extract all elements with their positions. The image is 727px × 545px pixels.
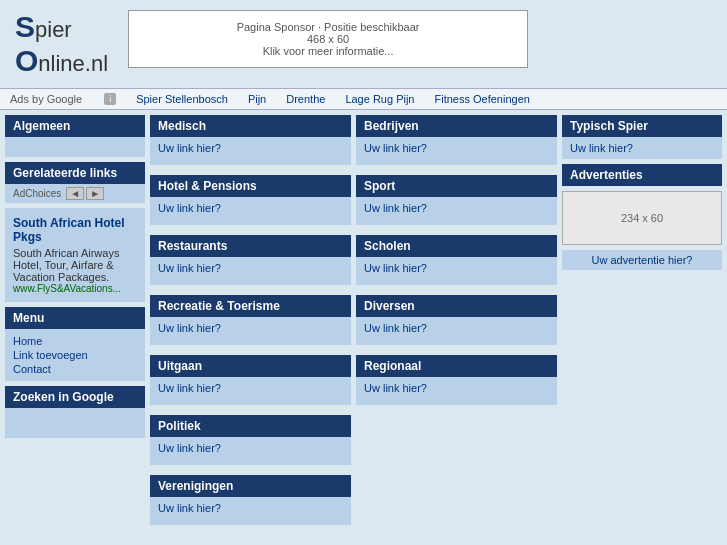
- sport-link[interactable]: Uw link hier?: [364, 202, 427, 214]
- gerelateerde-section: Gerelateerde links AdChoices ◄ ► South A…: [5, 162, 145, 302]
- bedrijven-block: Bedrijven Uw link hier?: [356, 115, 557, 170]
- typisch-body: Uw link hier?: [562, 137, 722, 159]
- ads-info-icon[interactable]: i: [104, 93, 116, 105]
- logo-o: O: [15, 44, 38, 77]
- diversen-link[interactable]: Uw link hier?: [364, 322, 427, 334]
- zoeken-title: Zoeken in Google: [5, 386, 145, 408]
- politiek-body: Uw link hier?: [150, 437, 351, 465]
- adchoices-bar: AdChoices ◄ ►: [5, 184, 145, 203]
- medisch-body: Uw link hier?: [150, 137, 351, 165]
- sponsor-line3: Klik voor meer informatie...: [159, 45, 497, 57]
- verenigingen-title: Verenigingen: [150, 475, 351, 497]
- restaurants-block: Restaurants Uw link hier?: [150, 235, 351, 290]
- diversen-block: Diversen Uw link hier?: [356, 295, 557, 350]
- scholen-body: Uw link hier?: [356, 257, 557, 285]
- sport-body: Uw link hier?: [356, 197, 557, 225]
- zoeken-body: [5, 408, 145, 438]
- scholen-link[interactable]: Uw link hier?: [364, 262, 427, 274]
- sponsor-line1: Pagina Sponsor · Positie beschikbaar: [159, 21, 497, 33]
- menu-section: Menu Home Link toevoegen Contact: [5, 307, 145, 381]
- ad-nav-buttons: ◄ ►: [66, 187, 104, 200]
- ad-url: www.FlyS&AVacations...: [13, 283, 137, 294]
- algemeen-title: Algemeen: [5, 115, 145, 137]
- medisch-link[interactable]: Uw link hier?: [158, 142, 221, 154]
- ad-next-button[interactable]: ►: [86, 187, 104, 200]
- scholen-title: Scholen: [356, 235, 557, 257]
- recreatie-body: Uw link hier?: [150, 317, 351, 345]
- regionaal-body: Uw link hier?: [356, 377, 557, 405]
- advertenties-section: Advertenties 234 x 60 Uw advertentie hie…: [562, 164, 722, 270]
- recreatie-block: Recreatie & Toerisme Uw link hier?: [150, 295, 351, 350]
- site-logo: Spier Online.nl: [15, 10, 108, 78]
- gerelateerde-title: Gerelateerde links: [5, 162, 145, 184]
- hotel-body: Uw link hier?: [150, 197, 351, 225]
- recreatie-link[interactable]: Uw link hier?: [158, 322, 221, 334]
- menu-body: Home Link toevoegen Contact: [5, 329, 145, 381]
- regionaal-title: Regionaal: [356, 355, 557, 377]
- logo-s: S: [15, 10, 35, 43]
- hotel-block: Hotel & Pensions Uw link hier?: [150, 175, 351, 230]
- verenigingen-link[interactable]: Uw link hier?: [158, 502, 221, 514]
- politiek-link[interactable]: Uw link hier?: [158, 442, 221, 454]
- typisch-title: Typisch Spier: [562, 115, 722, 137]
- logo-pier: pier: [35, 17, 72, 42]
- ads-link-3[interactable]: Drenthe: [286, 93, 325, 105]
- bedrijven-body: Uw link hier?: [356, 137, 557, 165]
- sponsor-box[interactable]: Pagina Sponsor · Positie beschikbaar 468…: [128, 10, 528, 68]
- ads-link-4[interactable]: Lage Rug Pijn: [345, 93, 414, 105]
- typisch-spier-section: Typisch Spier Uw link hier?: [562, 115, 722, 159]
- menu-home[interactable]: Home: [13, 334, 137, 348]
- medisch-block: Medisch Uw link hier?: [150, 115, 351, 170]
- diversen-title: Diversen: [356, 295, 557, 317]
- restaurants-title: Restaurants: [150, 235, 351, 257]
- recreatie-title: Recreatie & Toerisme: [150, 295, 351, 317]
- medisch-title: Medisch: [150, 115, 351, 137]
- diversen-body: Uw link hier?: [356, 317, 557, 345]
- ad-description: South African Airways Hotel, Tour, Airfa…: [13, 247, 137, 283]
- left-column: Algemeen Gerelateerde links AdChoices ◄ …: [5, 115, 145, 530]
- restaurants-link[interactable]: Uw link hier?: [158, 262, 221, 274]
- menu-title: Menu: [5, 307, 145, 329]
- ads-link-1[interactable]: Spier Stellenbosch: [136, 93, 228, 105]
- regionaal-block: Regionaal Uw link hier?: [356, 355, 557, 410]
- right-column: Typisch Spier Uw link hier? Advertenties…: [562, 115, 722, 530]
- menu-contact[interactable]: Contact: [13, 362, 137, 376]
- category-grid: Medisch Uw link hier? Bedrijven Uw link …: [150, 115, 557, 530]
- ad-content: South African Hotel Pkgs South African A…: [5, 208, 145, 302]
- bedrijven-title: Bedrijven: [356, 115, 557, 137]
- ads-link-2[interactable]: Pijn: [248, 93, 266, 105]
- typisch-link[interactable]: Uw link hier?: [570, 142, 633, 154]
- regionaal-link[interactable]: Uw link hier?: [364, 382, 427, 394]
- scholen-block: Scholen Uw link hier?: [356, 235, 557, 290]
- algemeen-body: [5, 137, 145, 157]
- menu-link-toevoegen[interactable]: Link toevoegen: [13, 348, 137, 362]
- ads-by-google-label: Ads by Google: [10, 93, 82, 105]
- ads-link-5[interactable]: Fitness Oefeningen: [434, 93, 529, 105]
- sport-block: Sport Uw link hier?: [356, 175, 557, 230]
- uitgaan-link[interactable]: Uw link hier?: [158, 382, 221, 394]
- ad-prev-button[interactable]: ◄: [66, 187, 84, 200]
- advertenties-title: Advertenties: [562, 164, 722, 186]
- ad-banner-text: 234 x 60: [621, 212, 663, 224]
- ads-bar: Ads by Google i Spier Stellenbosch Pijn …: [0, 88, 727, 110]
- sport-title: Sport: [356, 175, 557, 197]
- hotel-link[interactable]: Uw link hier?: [158, 202, 221, 214]
- verenigingen-block: Verenigingen Uw link hier?: [150, 475, 351, 530]
- restaurants-body: Uw link hier?: [150, 257, 351, 285]
- logo-nline: nline.nl: [38, 51, 108, 76]
- ad-banner-link[interactable]: Uw advertentie hier?: [592, 254, 693, 266]
- verenigingen-body: Uw link hier?: [150, 497, 351, 525]
- politiek-title: Politiek: [150, 415, 351, 437]
- algemeen-section: Algemeen: [5, 115, 145, 157]
- politiek-block: Politiek Uw link hier?: [150, 415, 351, 470]
- uitgaan-block: Uitgaan Uw link hier?: [150, 355, 351, 410]
- bedrijven-link[interactable]: Uw link hier?: [364, 142, 427, 154]
- zoeken-section: Zoeken in Google: [5, 386, 145, 438]
- sponsor-line2: 468 x 60: [159, 33, 497, 45]
- ad-title-link[interactable]: South African Hotel Pkgs: [13, 216, 125, 244]
- uitgaan-title: Uitgaan: [150, 355, 351, 377]
- ad-banner-box: 234 x 60: [562, 191, 722, 245]
- uitgaan-body: Uw link hier?: [150, 377, 351, 405]
- center-column: Medisch Uw link hier? Bedrijven Uw link …: [150, 115, 557, 530]
- hotel-title: Hotel & Pensions: [150, 175, 351, 197]
